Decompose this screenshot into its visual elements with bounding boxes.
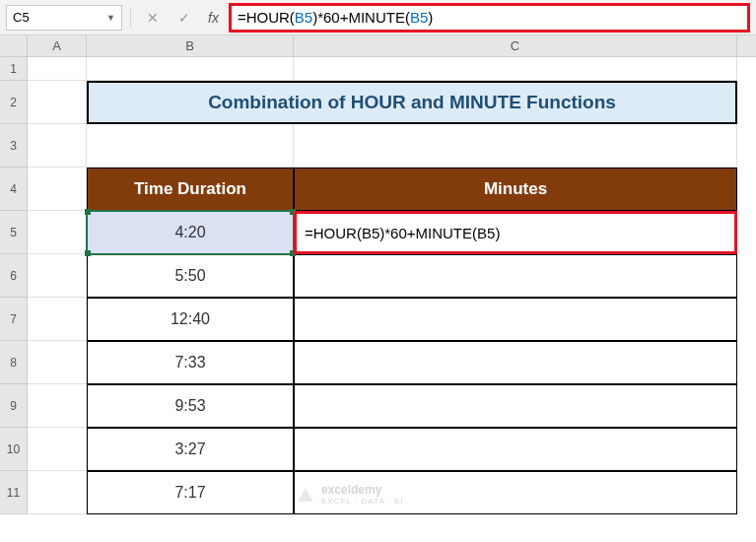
row-header-1[interactable]: 1 [0, 57, 28, 81]
cell-C9[interactable] [294, 384, 737, 428]
cell-B5-selected[interactable]: 4:20 [87, 211, 294, 254]
grid-body: 1 2 3 4 5 6 7 8 9 10 11 Combination of H… [0, 57, 756, 514]
row-header-10[interactable]: 10 [0, 428, 28, 471]
formula-text-mid: )*60+MINUTE( [312, 9, 410, 26]
formula-bar-row: C5 ▼ ✕ ✓ fx =HOUR(B5)*60+MINUTE(B5) [0, 0, 756, 35]
title-banner[interactable]: Combination of HOUR and MINUTE Functions [87, 81, 737, 124]
row-header-7[interactable]: 7 [0, 298, 28, 341]
selection-handle-icon[interactable] [85, 250, 91, 256]
cell-B6[interactable]: 5:50 [87, 254, 294, 298]
cancel-icon[interactable]: ✕ [139, 5, 167, 31]
column-headers: A B C [0, 35, 756, 57]
enter-icon[interactable]: ✓ [171, 5, 198, 31]
fx-icon[interactable]: fx [208, 10, 219, 26]
cell-B11[interactable]: 7:17 [87, 471, 294, 514]
cell-B1[interactable] [87, 57, 294, 81]
col-header-B[interactable]: B [87, 35, 294, 56]
cell-C7[interactable] [294, 298, 737, 341]
formula-bar-input[interactable]: =HOUR(B5)*60+MINUTE(B5) [229, 3, 750, 33]
cell-B9[interactable]: 9:53 [87, 384, 294, 428]
col-header-C[interactable]: C [294, 35, 737, 56]
row-header-6[interactable]: 6 [0, 254, 28, 298]
name-box[interactable]: C5 ▼ [6, 5, 122, 31]
divider [130, 8, 131, 28]
formula-ref-2: B5 [410, 9, 428, 26]
cell-B5-value: 4:20 [174, 224, 205, 241]
cell-C3[interactable] [294, 124, 737, 168]
cell-A11[interactable] [28, 471, 87, 514]
formula-ref-1: B5 [295, 9, 312, 26]
cell-A1[interactable] [28, 57, 87, 81]
row-header-8[interactable]: 8 [0, 341, 28, 384]
row-header-3[interactable]: 3 [0, 124, 28, 168]
cell-A9[interactable] [28, 384, 87, 428]
cell-A4[interactable] [28, 168, 87, 211]
cell-C8[interactable] [294, 341, 737, 384]
cell-B7[interactable]: 12:40 [87, 298, 294, 341]
cell-B10[interactable]: 3:27 [87, 428, 294, 471]
table-header-minutes[interactable]: Minutes [294, 168, 737, 211]
cell-C11[interactable] [294, 471, 737, 514]
formula-text-suffix: ) [428, 9, 433, 26]
cell-C5-text: =HOUR(B5)*60+MINUTE(B5) [305, 225, 500, 241]
select-all-corner[interactable] [0, 35, 28, 56]
table-header-time[interactable]: Time Duration [87, 168, 294, 211]
cell-A7[interactable] [28, 298, 87, 341]
selection-handle-icon[interactable] [85, 209, 91, 215]
cell-B8[interactable]: 7:33 [87, 341, 294, 384]
name-box-value: C5 [13, 10, 30, 25]
cell-A6[interactable] [28, 254, 87, 298]
row-header-5[interactable]: 5 [0, 211, 28, 254]
row-headers: 1 2 3 4 5 6 7 8 9 10 11 [0, 57, 28, 514]
cell-C6[interactable] [294, 254, 737, 298]
row-header-2[interactable]: 2 [0, 81, 28, 124]
chevron-down-icon[interactable]: ▼ [106, 13, 115, 23]
row-header-9[interactable]: 9 [0, 384, 28, 428]
cell-C5-formula[interactable]: =HOUR(B5)*60+MINUTE(B5) [294, 211, 737, 254]
cell-A2[interactable] [28, 81, 87, 124]
cell-C1[interactable] [294, 57, 737, 81]
col-header-A[interactable]: A [28, 35, 87, 56]
cell-A8[interactable] [28, 341, 87, 384]
cell-C10[interactable] [294, 428, 737, 471]
cell-B3[interactable] [87, 124, 294, 168]
formula-text-prefix: =HOUR( [238, 9, 295, 26]
row-header-11[interactable]: 11 [0, 471, 28, 514]
row-header-4[interactable]: 4 [0, 168, 28, 211]
cell-A5[interactable] [28, 211, 87, 254]
cell-A10[interactable] [28, 428, 87, 471]
cell-A3[interactable] [28, 124, 87, 168]
cells-area[interactable]: Combination of HOUR and MINUTE Functions… [28, 57, 756, 514]
